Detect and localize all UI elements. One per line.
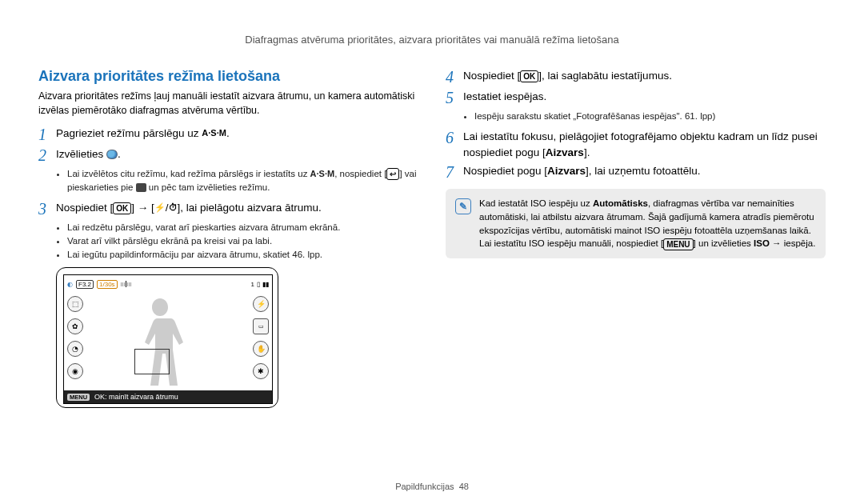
palette-icon — [136, 183, 146, 192]
asm-icon: A·S·M — [310, 168, 335, 180]
step-4: Nospiediet [OK], lai saglabātu iestatīju… — [463, 68, 826, 86]
step-2-bullet: Lai izvēlētos citu režīmu, kad režīma pā… — [67, 167, 418, 194]
info-note: ✎ Kad iestatāt ISO iespēju uz Automātisk… — [446, 189, 826, 258]
step-3-bullet-2: Varat arī vilkt pārslēgu ekrānā pa kreis… — [67, 234, 418, 247]
flash-icon: ⚡ — [154, 202, 166, 214]
lcd-subject-silhouette — [132, 294, 188, 390]
asm-icon: A·S·M — [202, 127, 226, 140]
menu-icon: MENU — [663, 238, 693, 250]
lcd-size-icon: ▭ — [253, 318, 269, 334]
step-6: Lai iestatītu fokusu, pielāgojiet fotogr… — [463, 129, 826, 160]
step-5: Iestatiet iespējas. — [463, 89, 826, 106]
step-2: Izvēlieties . — [56, 146, 418, 164]
ok-icon: OK — [520, 70, 538, 82]
step-6-number: 6 — [446, 129, 463, 160]
step-7-number: 7 — [446, 163, 463, 181]
intro-text: Aizvara prioritātes režīms ļauj manuāli … — [38, 90, 418, 118]
lcd-icon-4: ◉ — [67, 363, 83, 379]
lcd-icon-1: ⬚ — [67, 296, 83, 312]
breadcrumb: Diafragmas atvēruma prioritātes, aizvara… — [38, 34, 826, 46]
step-7: Nospiediet pogu [Aizvars], lai uzņemtu f… — [463, 163, 826, 181]
step-2-number: 2 — [38, 146, 56, 164]
lcd-battery-icon: ▮▮ — [262, 281, 269, 288]
lcd-shutter: 1/30s — [97, 280, 118, 289]
lcd-menu-label: MENU — [67, 394, 90, 401]
info-text: Kad iestatāt ISO iespēju uz Automātisks,… — [479, 197, 816, 250]
lcd-icon-3: ◔ — [67, 341, 83, 357]
lcd-mode-icon: ◐ — [67, 281, 73, 288]
lcd-flash-icon: ⚡ — [253, 296, 269, 312]
step-5-bullet: Iespēju sarakstu skatiet „Fotografēšanas… — [474, 110, 826, 122]
lcd-set-icon: ✱ — [253, 363, 269, 379]
step-1-number: 1 — [38, 126, 56, 143]
step-5-number: 5 — [446, 89, 463, 106]
step-3-bullet-3: Lai iegūtu papildinformāciju par aizvara… — [67, 248, 418, 261]
step-1: Pagrieziet režīmu pārslēgu uz A·S·M. — [56, 126, 418, 143]
page-footer: Papildfunkcijas 48 — [0, 482, 864, 491]
lcd-stab-icon: ✋ — [253, 341, 269, 357]
lcd-ev-scale — [121, 281, 131, 287]
lcd-sd-icon: ▯ — [257, 281, 260, 288]
lcd-focus-square — [134, 349, 170, 374]
lcd-fvalue: F3.2 — [76, 280, 94, 289]
section-title: Aizvara prioritātes režīma lietošana — [38, 68, 418, 85]
mode-icon — [106, 150, 118, 159]
timer-icon: ⏱ — [169, 202, 178, 214]
step-3-bullet-1: Lai redzētu pārslēgu, varat arī pieskart… — [67, 221, 418, 234]
camera-lcd-illustration: ◐ F3.2 1/30s 1 ▯ ▮▮ ⬚ ✿ ◔ — [56, 267, 278, 408]
lcd-bottom-text: OK: mainīt aizvara ātrumu — [94, 393, 178, 401]
ok-icon: OK — [113, 202, 131, 214]
step-4-number: 4 — [446, 68, 463, 86]
step-3-number: 3 — [38, 200, 56, 218]
lcd-count: 1 — [251, 281, 254, 288]
back-icon: ↩ — [386, 168, 399, 180]
info-icon: ✎ — [455, 198, 471, 214]
lcd-icon-2: ✿ — [67, 318, 83, 334]
step-3: Nospiediet [OK] → [⚡/⏱], lai pielāgotu a… — [56, 200, 418, 218]
